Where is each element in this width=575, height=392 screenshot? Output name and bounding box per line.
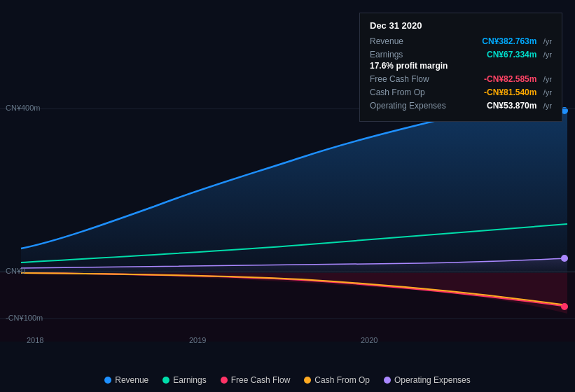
y-label-minus100m: -CN¥100m: [6, 314, 43, 322]
x-label-2020: 2020: [361, 336, 377, 344]
tooltip-label-opex: Operating Expenses: [370, 101, 446, 111]
legend-label-cashfromop: Cash From Op: [314, 375, 370, 385]
tooltip-value-earnings: CN¥67.334m: [487, 50, 536, 59]
legend-label-revenue: Revenue: [115, 375, 148, 385]
tooltip-label-fcf: Free Cash Flow: [370, 74, 429, 84]
legend-item-earnings[interactable]: Earnings: [162, 375, 206, 385]
legend-dot-earnings: [162, 377, 169, 384]
tooltip-value-fcf: -CN¥82.585m: [484, 74, 536, 84]
x-label-2019: 2019: [189, 336, 206, 344]
tooltip-row-earnings: Earnings CN¥67.334m /yr: [370, 50, 552, 59]
y-label-400m: CN¥400m: [6, 104, 41, 112]
legend-item-revenue[interactable]: Revenue: [104, 375, 148, 385]
profit-margin-value: 17.6%: [370, 61, 394, 71]
tooltip-value-revenue: CN¥382.763m: [482, 36, 536, 46]
legend-item-cashfromop[interactable]: Cash From Op: [304, 375, 370, 385]
legend-item-opex[interactable]: Operating Expenses: [384, 375, 471, 385]
tooltip-label-cashfromop: Cash From Op: [370, 88, 425, 97]
tooltip-title: Dec 31 2020: [370, 20, 552, 31]
legend-dot-revenue: [104, 377, 111, 384]
tooltip-unit-opex: /yr: [543, 102, 552, 110]
legend-dot-opex: [384, 377, 391, 384]
y-label-0: CN¥0: [6, 267, 25, 275]
chart-legend: Revenue Earnings Free Cash Flow Cash Fro…: [0, 375, 575, 385]
tooltip-row-opex: Operating Expenses CN¥53.870m /yr: [370, 101, 552, 111]
tooltip-unit-earnings: /yr: [543, 50, 552, 59]
tooltip-label-earnings: Earnings: [370, 50, 403, 59]
legend-label-earnings: Earnings: [173, 375, 206, 385]
profit-margin-text: profit margin: [396, 61, 448, 71]
legend-dot-fcf: [221, 377, 228, 384]
legend-label-fcf: Free Cash Flow: [231, 375, 291, 385]
tooltip-value-cashfromop: -CN¥81.540m: [484, 88, 536, 97]
x-label-2018: 2018: [27, 336, 43, 344]
svg-point-2: [561, 255, 568, 262]
svg-point-3: [561, 303, 568, 310]
tooltip-unit-fcf: /yr: [543, 75, 552, 83]
tooltip-unit-cashfromop: /yr: [543, 88, 552, 97]
legend-item-fcf[interactable]: Free Cash Flow: [221, 375, 291, 385]
legend-dot-cashfromop: [304, 377, 311, 384]
tooltip-label-revenue: Revenue: [370, 36, 403, 46]
legend-label-opex: Operating Expenses: [394, 375, 471, 385]
tooltip-unit-revenue: /yr: [543, 37, 552, 46]
tooltip-row-revenue: Revenue CN¥382.763m /yr: [370, 36, 552, 46]
grid-line-minus100m: [0, 318, 575, 319]
tooltip-row-fcf: Free Cash Flow -CN¥82.585m /yr: [370, 74, 552, 84]
tooltip-box: Dec 31 2020 Revenue CN¥382.763m /yr Earn…: [359, 13, 562, 122]
tooltip-value-opex: CN¥53.870m: [487, 101, 536, 111]
grid-line-zero: [0, 272, 575, 272]
profit-margin-row: 17.6% profit margin: [370, 61, 552, 71]
tooltip-row-cashfromop: Cash From Op -CN¥81.540m /yr: [370, 88, 552, 97]
